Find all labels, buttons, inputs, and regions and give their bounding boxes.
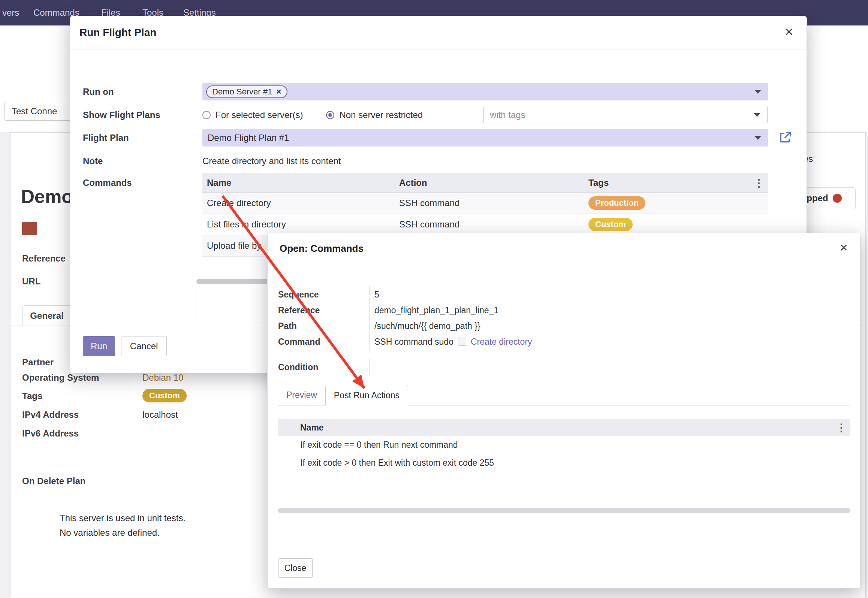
kebab-menu-icon[interactable]: ⋮ bbox=[754, 176, 764, 189]
field-condition: Condition bbox=[278, 359, 369, 375]
close-icon[interactable]: ✕ bbox=[784, 27, 794, 38]
create-directory-link[interactable]: Create directory bbox=[471, 337, 532, 347]
radio-non-server-restricted[interactable] bbox=[326, 111, 334, 119]
cell-action: SSH command bbox=[395, 198, 584, 208]
label-ipv4: IPv4 Address bbox=[22, 410, 79, 420]
table-row-empty bbox=[278, 472, 850, 490]
col-header-name[interactable]: Name bbox=[278, 423, 324, 433]
external-link-icon[interactable] bbox=[778, 130, 793, 144]
tab-preview[interactable]: Preview bbox=[278, 385, 325, 405]
modal-header: Run Flight Plan bbox=[70, 16, 807, 49]
command-text: SSH command sudo bbox=[374, 337, 453, 347]
cell-name: List files in directory bbox=[202, 219, 395, 230]
close-icon[interactable]: ✕ bbox=[840, 243, 848, 253]
table-header: Name ⋮ bbox=[278, 419, 850, 436]
post-run-actions-table: Name ⋮ If exit code == 0 then Run next c… bbox=[278, 419, 850, 490]
label-on-delete-plan: On Delete Plan bbox=[22, 476, 85, 486]
value-command: SSH command sudo Create directory bbox=[369, 337, 532, 347]
field-divider bbox=[369, 359, 370, 376]
value-sequence: 5 bbox=[369, 290, 379, 300]
record-title: Demo bbox=[21, 186, 73, 208]
label-flight-plan: Flight Plan bbox=[83, 129, 129, 147]
screen: vers Commands Files Tools Settings Test … bbox=[0, 0, 868, 598]
status-dot-icon bbox=[833, 194, 842, 203]
label-show-flight-plans: Show Flight Plans bbox=[83, 106, 160, 124]
value-reference: demo_flight_plan_1_plan_line_1 bbox=[369, 305, 498, 315]
server-chip-label: Demo Server #1 bbox=[212, 87, 272, 97]
flight-plan-select[interactable]: Demo Flight Plan #1 bbox=[202, 129, 768, 147]
with-tags-select[interactable]: with tags bbox=[483, 106, 768, 124]
run-on-field[interactable]: Demo Server #1 ✕ bbox=[202, 83, 768, 100]
table-row[interactable]: Create directory SSH command Production bbox=[202, 193, 768, 214]
label-run-on: Run on bbox=[83, 83, 114, 100]
chip-remove-icon[interactable]: ✕ bbox=[276, 88, 281, 96]
commands-table-header: Name Action Tags ⋮ bbox=[202, 173, 768, 193]
value-path: /such/much/{{ demo_path }} bbox=[369, 321, 480, 331]
field-sequence: Sequence 5 bbox=[278, 287, 379, 302]
cell-action: SSH command bbox=[395, 219, 584, 230]
unit-test-note-line1: This server is used in unit tests. bbox=[60, 513, 186, 523]
radio-label-non-server-restricted[interactable]: Non server restricted bbox=[339, 110, 423, 120]
nav-item-servers[interactable]: vers bbox=[2, 0, 19, 25]
label-note: Note bbox=[83, 153, 103, 169]
status-text: pped bbox=[807, 193, 828, 203]
with-tags-placeholder: with tags bbox=[484, 110, 525, 120]
caret-down-icon bbox=[754, 136, 761, 140]
color-swatch[interactable] bbox=[22, 222, 37, 235]
label-command: Command bbox=[278, 337, 369, 347]
tag-badge-custom: Custom bbox=[142, 389, 187, 402]
table-row[interactable]: List files in directory SSH command Cust… bbox=[202, 214, 768, 235]
cell-name: Create directory bbox=[202, 198, 395, 208]
unit-test-note-line2: No variables are defined. bbox=[60, 528, 160, 538]
table-row[interactable]: If exit code == 0 then Run next command bbox=[278, 436, 850, 454]
value-operating-system[interactable]: Debian 10 bbox=[142, 372, 183, 383]
run-button[interactable]: Run bbox=[83, 336, 115, 356]
col-header-name[interactable]: Name bbox=[202, 178, 395, 188]
label-url: URL bbox=[22, 276, 40, 287]
label-operating-system: Operating System bbox=[22, 372, 99, 383]
label-path: Path bbox=[278, 321, 369, 331]
table-edge-line bbox=[196, 279, 196, 325]
server-chip[interactable]: Demo Server #1 ✕ bbox=[206, 85, 287, 98]
tab-post-run-actions[interactable]: Post Run Actions bbox=[325, 385, 408, 406]
sudo-checkbox[interactable] bbox=[458, 338, 466, 346]
radio-label-for-selected-servers[interactable]: For selected server(s) bbox=[216, 110, 303, 120]
caret-down-icon bbox=[754, 113, 760, 117]
field-reference: Reference demo_flight_plan_1_plan_line_1 bbox=[278, 302, 498, 318]
caret-down-icon bbox=[754, 90, 761, 94]
tab-general[interactable]: General bbox=[22, 305, 72, 326]
radio-for-selected-servers[interactable] bbox=[202, 111, 211, 119]
label-reference: Reference bbox=[278, 305, 369, 315]
table-row[interactable]: If exit code > 0 then Exit with custom e… bbox=[278, 454, 850, 472]
label-tags: Tags bbox=[22, 391, 42, 401]
note-value: Create directory and list its content bbox=[202, 153, 341, 169]
label-commands: Commands bbox=[83, 175, 132, 191]
cancel-button[interactable]: Cancel bbox=[121, 336, 167, 356]
horizontal-scrollbar[interactable] bbox=[278, 508, 850, 513]
flight-plan-value: Demo Flight Plan #1 bbox=[202, 133, 289, 143]
modal-title: Open: Commands bbox=[280, 243, 364, 254]
tag-badge-custom: Custom bbox=[588, 218, 633, 231]
value-ipv4: localhost bbox=[142, 410, 178, 420]
kebab-menu-icon[interactable]: ⋮ bbox=[836, 422, 847, 434]
modal-title: Run Flight Plan bbox=[79, 27, 156, 39]
notebook-tabs: Preview Post Run Actions bbox=[278, 385, 850, 406]
label-ipv6: IPv6 Address bbox=[22, 428, 79, 439]
field-command: Command SSH command sudo Create director… bbox=[278, 334, 532, 350]
flight-plan-filter-radios: For selected server(s) Non server restri… bbox=[202, 106, 423, 124]
label-partner: Partner bbox=[22, 357, 54, 368]
form-divider bbox=[134, 355, 134, 493]
field-path: Path /such/much/{{ demo_path }} bbox=[278, 318, 480, 334]
tag-badge-production: Production bbox=[588, 196, 645, 210]
label-condition: Condition bbox=[278, 362, 369, 372]
cell-tags: Custom bbox=[584, 218, 768, 231]
cell-tags: Production bbox=[584, 196, 768, 210]
label-sequence: Sequence bbox=[278, 290, 369, 300]
close-button[interactable]: Close bbox=[278, 558, 313, 578]
open-commands-modal: Open: Commands ✕ Sequence 5 Reference de… bbox=[267, 233, 861, 589]
col-header-action[interactable]: Action bbox=[395, 178, 584, 188]
label-reference: Reference bbox=[22, 253, 66, 264]
col-header-tags[interactable]: Tags bbox=[584, 178, 768, 188]
